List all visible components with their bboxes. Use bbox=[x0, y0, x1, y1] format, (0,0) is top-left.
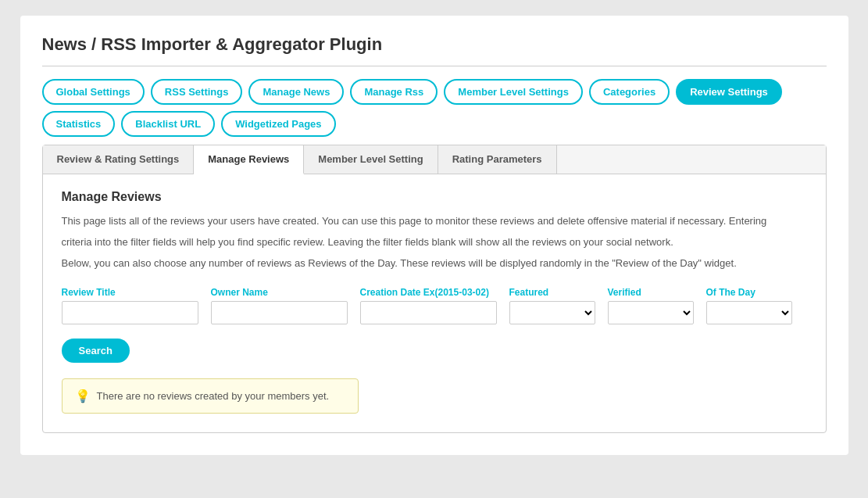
nav-btn-review-settings[interactable]: Review Settings bbox=[676, 79, 782, 105]
description3: Below, you can also choose any number of… bbox=[62, 256, 807, 272]
tab-rating-parameters[interactable]: Rating Parameters bbox=[438, 145, 557, 174]
tab-review-&-rating-settings[interactable]: Review & Rating Settings bbox=[43, 145, 195, 174]
featured-select[interactable]: Yes No bbox=[509, 301, 595, 324]
of-the-day-select[interactable]: Yes No bbox=[706, 301, 792, 324]
notice-text: There are no reviews created by your mem… bbox=[97, 390, 330, 402]
nav-btn-blacklist-url[interactable]: Blacklist URL bbox=[121, 111, 215, 137]
nav-btn-widgetized-pages[interactable]: Widgetized Pages bbox=[221, 111, 335, 137]
tab-manage-reviews[interactable]: Manage Reviews bbox=[194, 145, 304, 174]
featured-field: Featured Yes No bbox=[509, 287, 595, 324]
owner-name-input[interactable] bbox=[211, 301, 348, 324]
review-title-label: Review Title bbox=[62, 287, 198, 298]
owner-name-label: Owner Name bbox=[211, 287, 348, 298]
nav-btn-global-settings[interactable]: Global Settings bbox=[42, 79, 145, 105]
of-the-day-label: Of The Day bbox=[706, 287, 792, 298]
nav-buttons: Global SettingsRSS SettingsManage NewsMa… bbox=[42, 79, 827, 137]
filter-row: Review Title Owner Name Creation Date Ex… bbox=[62, 287, 807, 324]
page-container: News / RSS Importer & Aggregator Plugin … bbox=[20, 16, 848, 455]
verified-label: Verified bbox=[608, 287, 694, 298]
bulb-icon: 💡 bbox=[75, 389, 91, 403]
description2: criteria into the filter fields will hel… bbox=[62, 235, 807, 251]
page-title: News / RSS Importer & Aggregator Plugin bbox=[42, 34, 827, 55]
verified-select[interactable]: Yes No bbox=[608, 301, 694, 324]
nav-btn-member-level-settings[interactable]: Member Level Settings bbox=[444, 79, 583, 105]
review-title-field: Review Title bbox=[62, 287, 198, 324]
nav-btn-manage-rss[interactable]: Manage Rss bbox=[350, 79, 438, 105]
nav-btn-rss-settings[interactable]: RSS Settings bbox=[151, 79, 243, 105]
owner-name-field: Owner Name bbox=[211, 287, 348, 324]
creation-date-input[interactable] bbox=[360, 301, 497, 324]
search-button[interactable]: Search bbox=[62, 339, 130, 363]
content-box: Review & Rating SettingsManage ReviewsMe… bbox=[42, 145, 827, 433]
nav-btn-manage-news[interactable]: Manage News bbox=[248, 79, 344, 105]
of-the-day-field: Of The Day Yes No bbox=[706, 287, 792, 324]
tabs-bar: Review & Rating SettingsManage ReviewsMe… bbox=[43, 145, 826, 174]
tab-member-level-setting[interactable]: Member Level Setting bbox=[304, 145, 438, 174]
creation-date-label: Creation Date Ex(2015-03-02) bbox=[360, 287, 497, 298]
notice-box: 💡 There are no reviews created by your m… bbox=[62, 378, 359, 414]
verified-field: Verified Yes No bbox=[608, 287, 694, 324]
nav-btn-statistics[interactable]: Statistics bbox=[42, 111, 116, 137]
featured-label: Featured bbox=[509, 287, 595, 298]
title-divider bbox=[42, 66, 827, 66]
description1: This page lists all of the reviews your … bbox=[62, 213, 807, 230]
tab-content: Manage Reviews This page lists all of th… bbox=[43, 174, 826, 432]
review-title-input[interactable] bbox=[62, 301, 198, 324]
nav-btn-categories[interactable]: Categories bbox=[589, 79, 670, 105]
creation-date-field: Creation Date Ex(2015-03-02) bbox=[360, 287, 497, 324]
section-title: Manage Reviews bbox=[62, 190, 807, 204]
